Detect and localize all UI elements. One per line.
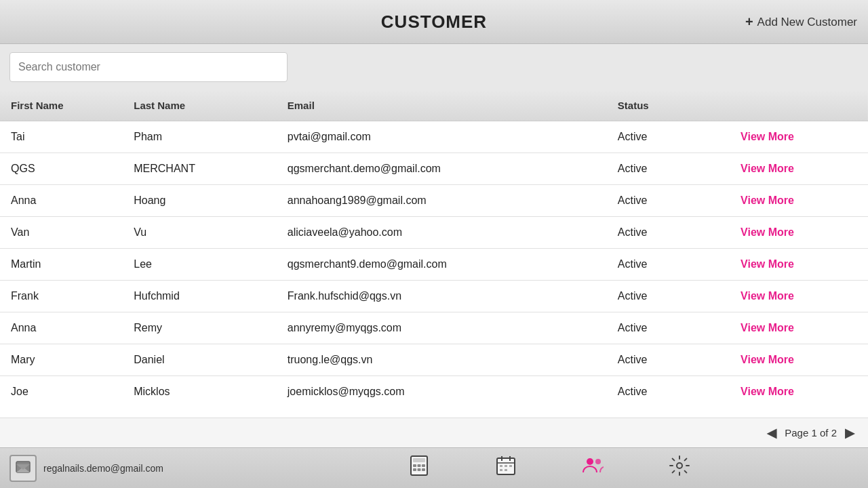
pagination-bar: ◀ Page 1 of 2 ▶ xyxy=(0,418,868,447)
svg-rect-16 xyxy=(505,465,507,467)
plus-icon: + xyxy=(745,14,753,30)
cell-status: Active xyxy=(607,185,730,217)
cell-email: joemicklos@myqgs.com xyxy=(277,376,607,408)
view-more-button[interactable]: View More xyxy=(741,226,794,239)
col-header-status: Status xyxy=(607,90,730,121)
calculator-nav-button[interactable] xyxy=(403,453,435,483)
footer-user: regalnails.demo@gmail.com xyxy=(0,455,231,482)
cell-email: qgsmerchant9.demo@gmail.com xyxy=(277,249,607,281)
svg-rect-7 xyxy=(422,464,425,467)
cell-action: View More xyxy=(730,185,868,217)
cell-status: Active xyxy=(607,249,730,281)
cell-action: View More xyxy=(730,312,868,344)
footer-nav xyxy=(231,453,868,483)
cell-action: View More xyxy=(730,249,868,281)
cell-action: View More xyxy=(730,217,868,249)
search-area xyxy=(0,44,868,90)
cell-status: Active xyxy=(607,153,730,185)
cell-first-name: Frank xyxy=(0,281,123,312)
cell-first-name: Joe xyxy=(0,376,123,408)
cell-last-name: Vu xyxy=(123,217,277,249)
cell-last-name: Lee xyxy=(123,249,277,281)
svg-point-20 xyxy=(587,458,593,465)
cell-status: Active xyxy=(607,376,730,408)
svg-rect-5 xyxy=(413,464,416,467)
table-row: Van Vu aliciaveela@yahoo.com Active View… xyxy=(0,217,868,249)
view-more-button[interactable]: View More xyxy=(741,258,794,270)
customers-icon xyxy=(582,455,604,481)
table-row: Anna Remy annyremy@myqgs.com Active View… xyxy=(0,312,868,344)
cell-last-name: Micklos xyxy=(123,376,277,408)
svg-point-21 xyxy=(595,459,601,464)
cell-last-name: Daniel xyxy=(123,344,277,376)
pagination-text: Page 1 of 2 xyxy=(785,427,837,439)
search-input[interactable] xyxy=(9,52,288,82)
cell-last-name: Remy xyxy=(123,312,277,344)
view-more-button[interactable]: View More xyxy=(741,163,794,175)
table-body: Tai Pham pvtai@gmail.com Active View Mor… xyxy=(0,121,868,408)
col-header-last-name: Last Name xyxy=(123,90,277,121)
add-new-customer-button[interactable]: + Add New Customer xyxy=(745,14,857,30)
svg-rect-18 xyxy=(500,469,502,471)
cell-action: View More xyxy=(730,344,868,376)
view-more-button[interactable]: View More xyxy=(741,131,794,143)
cell-first-name: QGS xyxy=(0,153,123,185)
cell-status: Active xyxy=(607,281,730,312)
settings-icon xyxy=(669,455,690,481)
cell-status: Active xyxy=(607,312,730,344)
table-row: Joe Micklos joemicklos@myqgs.com Active … xyxy=(0,376,868,408)
table-row: Mary Daniel truong.le@qgs.vn Active View… xyxy=(0,344,868,376)
cell-email: pvtai@gmail.com xyxy=(277,121,607,153)
cell-action: View More xyxy=(730,376,868,408)
col-header-action xyxy=(730,90,868,121)
view-more-button[interactable]: View More xyxy=(741,386,794,398)
view-more-button[interactable]: View More xyxy=(741,290,794,302)
cell-email: qgsmerchant.demo@gmail.com xyxy=(277,153,607,185)
cell-email: truong.le@qgs.vn xyxy=(277,344,607,376)
footer: regalnails.demo@gmail.com xyxy=(0,447,868,488)
calculator-icon xyxy=(408,455,430,481)
footer-user-email: regalnails.demo@gmail.com xyxy=(43,463,163,474)
svg-rect-6 xyxy=(418,464,421,467)
view-more-button[interactable]: View More xyxy=(741,195,794,207)
cell-email: Frank.hufschid@qgs.vn xyxy=(277,281,607,312)
svg-rect-15 xyxy=(500,465,502,467)
customers-nav-button[interactable] xyxy=(576,453,609,483)
customer-table: First Name Last Name Email Status Tai Ph… xyxy=(0,90,868,407)
cell-status: Active xyxy=(607,217,730,249)
col-header-email: Email xyxy=(277,90,607,121)
prev-page-button[interactable]: ◀ xyxy=(767,426,776,441)
customer-table-container: First Name Last Name Email Status Tai Ph… xyxy=(0,90,868,418)
avatar xyxy=(9,455,37,482)
svg-rect-8 xyxy=(413,468,416,471)
cell-last-name: MERCHANT xyxy=(123,153,277,185)
cell-first-name: Van xyxy=(0,217,123,249)
cell-first-name: Anna xyxy=(0,185,123,217)
cell-status: Active xyxy=(607,344,730,376)
cell-action: View More xyxy=(730,121,868,153)
calendar-icon xyxy=(495,455,517,481)
cell-last-name: Pham xyxy=(123,121,277,153)
settings-nav-button[interactable] xyxy=(663,453,696,483)
add-new-customer-label: Add New Customer xyxy=(757,15,857,28)
col-header-first-name: First Name xyxy=(0,90,123,121)
cell-action: View More xyxy=(730,281,868,312)
table-row: Tai Pham pvtai@gmail.com Active View Mor… xyxy=(0,121,868,153)
next-page-button[interactable]: ▶ xyxy=(845,426,854,441)
cell-last-name: Hufchmid xyxy=(123,281,277,312)
cell-email: annahoang1989@gmail.com xyxy=(277,185,607,217)
table-row: QGS MERCHANT qgsmerchant.demo@gmail.com … xyxy=(0,153,868,185)
table-row: Anna Hoang annahoang1989@gmail.com Activ… xyxy=(0,185,868,217)
header: CUSTOMER + Add New Customer xyxy=(0,0,868,44)
cell-email: aliciaveela@yahoo.com xyxy=(277,217,607,249)
view-more-button[interactable]: View More xyxy=(741,354,794,366)
svg-rect-10 xyxy=(422,468,425,471)
page-title: CUSTOMER xyxy=(381,12,487,33)
cell-first-name: Tai xyxy=(0,121,123,153)
svg-rect-9 xyxy=(418,468,421,471)
view-more-button[interactable]: View More xyxy=(741,322,794,334)
calendar-nav-button[interactable] xyxy=(490,453,522,483)
cell-first-name: Mary xyxy=(0,344,123,376)
svg-rect-19 xyxy=(505,469,507,471)
cell-action: View More xyxy=(730,153,868,185)
